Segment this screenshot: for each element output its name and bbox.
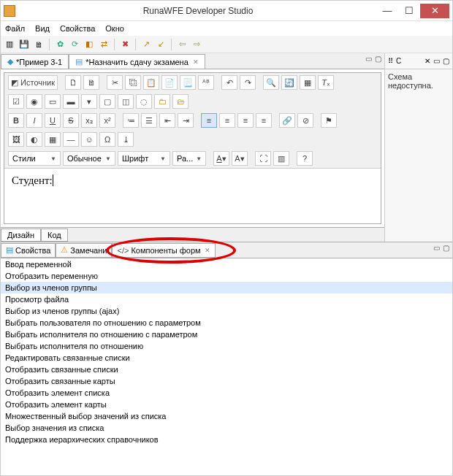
image-button-icon[interactable]: ◫ — [118, 94, 134, 109]
maximize-view-icon[interactable]: ▢ — [443, 244, 449, 252]
new-icon[interactable]: ▥ — [4, 39, 15, 50]
smiley-icon[interactable]: ☺ — [81, 132, 97, 147]
folder-icon[interactable]: 🗀 — [154, 94, 170, 109]
close-icon[interactable]: ✕ — [193, 58, 199, 66]
textarea-icon[interactable]: ▬ — [63, 94, 79, 109]
menu-properties[interactable]: Свойства — [60, 24, 95, 33]
maximize-view-icon[interactable]: ▢ — [375, 55, 381, 63]
list-item[interactable]: Отобразить связанные списки — [1, 364, 452, 375]
new-page-icon[interactable]: 🗋 — [65, 75, 81, 90]
list-item[interactable]: Отобразить элемент карты — [1, 399, 452, 410]
italic-button[interactable]: I — [26, 113, 42, 128]
minimize-view-icon[interactable]: ▭ — [365, 55, 372, 63]
list-item[interactable]: Отобразить связанные карты — [1, 375, 452, 387]
max-icon[interactable]: ▢ — [443, 57, 449, 65]
preview-icon[interactable]: 🗎 — [83, 75, 99, 90]
size-select[interactable]: Ра...▼ — [172, 151, 206, 166]
align-right-icon[interactable]: ≡ — [237, 113, 254, 128]
tab-properties[interactable]: ▤ Свойства — [1, 243, 56, 258]
align-center-icon[interactable]: ≡ — [219, 113, 235, 128]
save-all-icon[interactable]: 🗎 — [33, 39, 45, 50]
close-icon[interactable]: ✕ — [425, 57, 430, 65]
minimize-button[interactable]: — — [376, 4, 398, 18]
list-item[interactable]: Выбор из членов группы (ajax) — [1, 305, 452, 317]
spellcheck-icon[interactable]: ᴬᴮ — [198, 75, 214, 90]
maximize-editor-icon[interactable]: ⛶ — [255, 151, 271, 166]
paste-word-icon[interactable]: 📃 — [180, 75, 196, 90]
underline-button[interactable]: U — [45, 113, 61, 128]
select-all-icon[interactable]: ▦ — [300, 75, 316, 90]
min-icon[interactable]: ▭ — [433, 57, 440, 65]
align-justify-icon[interactable]: ≡ — [256, 113, 272, 128]
gear-icon[interactable]: ✿ — [54, 39, 66, 50]
replace-icon[interactable]: 🔄 — [281, 75, 297, 90]
save-icon[interactable]: 💾 — [18, 39, 30, 50]
text-field-icon[interactable]: ▭ — [45, 94, 61, 109]
list-item[interactable]: Отобразить элемент списка — [1, 387, 452, 399]
image-icon[interactable]: 🖼 — [8, 132, 24, 147]
strike-button[interactable]: S — [63, 113, 79, 128]
button-field-icon[interactable]: ▢ — [99, 94, 115, 109]
find-icon[interactable]: 🔍 — [263, 75, 279, 90]
number-list-icon[interactable]: ≔ — [123, 113, 139, 128]
select-field-icon[interactable]: ▾ — [81, 94, 97, 109]
link-icon[interactable]: 🔗 — [279, 113, 295, 128]
hr-icon[interactable]: — — [63, 132, 79, 147]
list-item[interactable]: Поддержка иерархических справочников — [1, 434, 452, 445]
styles-select[interactable]: Стили▼ — [8, 151, 61, 166]
remove-format-icon[interactable]: Tₓ — [318, 75, 334, 90]
redo-icon[interactable]: ↷ — [240, 75, 256, 90]
list-item[interactable]: Редактировать связанные списки — [1, 352, 452, 364]
minimize-view-icon[interactable]: ▭ — [433, 244, 440, 252]
special-char-icon[interactable]: Ω — [99, 132, 115, 147]
list-item[interactable]: Выбор значения из списка — [1, 422, 452, 434]
menu-view[interactable]: Вид — [35, 24, 50, 33]
tab-notes[interactable]: ⚠ Замечани — [56, 243, 112, 258]
align-left-icon[interactable]: ≡ — [201, 113, 217, 128]
menu-window[interactable]: Окно — [105, 24, 124, 33]
close-button[interactable]: ✕ — [420, 4, 449, 18]
flag-icon[interactable]: ⚑ — [321, 113, 337, 128]
code-tab[interactable]: Код — [41, 229, 68, 242]
maximize-button[interactable]: ☐ — [398, 4, 420, 18]
menu-file[interactable]: Файл — [5, 24, 25, 33]
refresh-icon[interactable]: ⟳ — [69, 39, 80, 50]
import-icon[interactable]: ↙ — [155, 39, 167, 50]
list-item[interactable]: Выбор из членов группы — [1, 282, 452, 293]
flash-icon[interactable]: ◐ — [26, 132, 42, 147]
list-item[interactable]: Просмотр файла — [1, 293, 452, 305]
export-icon[interactable]: ↗ — [140, 39, 152, 50]
checkbox-icon[interactable]: ☑ — [8, 94, 24, 109]
paste-text-icon[interactable]: 📄 — [161, 75, 178, 90]
copy-icon[interactable]: ⿻ — [125, 75, 141, 90]
outdent-icon[interactable]: ⇤ — [159, 113, 175, 128]
page-break-icon[interactable]: ⤓ — [118, 132, 134, 147]
bold-button[interactable]: B — [8, 113, 24, 128]
tab-assign-exam[interactable]: ▤ *Назначить сдачу экзамена ✕ — [69, 54, 205, 69]
cut-icon[interactable]: ✂ — [107, 75, 123, 90]
back-icon[interactable]: ⇦ — [176, 39, 188, 50]
list-item[interactable]: Множественный выбор значений из списка — [1, 410, 452, 422]
font-select[interactable]: Шрифт▼ — [118, 151, 170, 166]
close-icon[interactable]: ✕ — [205, 247, 210, 254]
list-item[interactable]: Ввод переменной — [1, 258, 452, 270]
list-item[interactable]: Выбрать исполнителя по отношению — [1, 340, 452, 352]
undo-icon[interactable]: ↶ — [221, 75, 237, 90]
bullet-list-icon[interactable]: ☰ — [141, 113, 157, 128]
help-icon[interactable]: ? — [297, 151, 313, 166]
unlink-icon[interactable]: ⊘ — [297, 113, 313, 128]
form-components-list[interactable]: Ввод переменнойОтобразить переменнуюВыбо… — [1, 258, 452, 475]
editor-content[interactable]: Студент: — [4, 168, 381, 223]
format-select[interactable]: Обычное▼ — [63, 151, 115, 166]
table-icon[interactable]: ▦ — [45, 132, 61, 147]
list-item[interactable]: Отобразить переменную — [1, 270, 452, 282]
delete-icon[interactable]: ✖ — [119, 39, 131, 50]
design-tab[interactable]: Дизайн — [1, 229, 41, 242]
bg-color-button[interactable]: A▾ — [232, 151, 248, 166]
show-blocks-icon[interactable]: ▥ — [273, 151, 289, 166]
radio-icon[interactable]: ◉ — [26, 94, 42, 109]
tab-example[interactable]: ◆ *Пример 3-1 — [1, 54, 69, 69]
superscript-button[interactable]: x² — [99, 113, 115, 128]
paste-icon[interactable]: 📋 — [143, 75, 159, 90]
hidden-field-icon[interactable]: ◌ — [136, 94, 152, 109]
